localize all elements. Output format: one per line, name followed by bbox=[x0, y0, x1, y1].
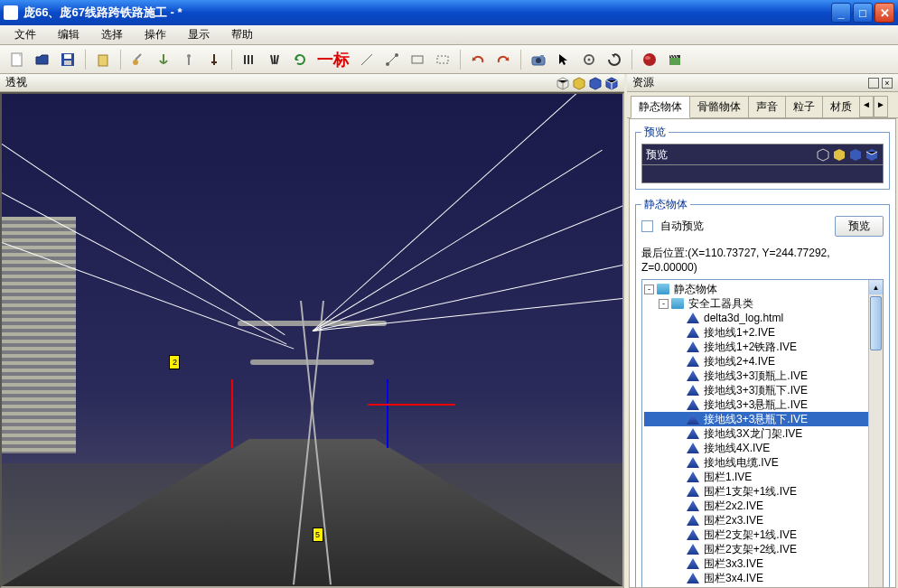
line-icon[interactable] bbox=[355, 48, 379, 71]
redo-icon[interactable] bbox=[491, 48, 515, 71]
maximize-button[interactable]: □ bbox=[853, 3, 873, 23]
refresh-icon[interactable] bbox=[288, 48, 312, 71]
tree-item-label: delta3d_log.html bbox=[702, 311, 785, 325]
titlebar: 庞66、庞67线路跨铁路施工 - * _ □ ✕ bbox=[0, 0, 898, 25]
menu-operate[interactable]: 操作 bbox=[136, 25, 175, 44]
tree-item[interactable]: 围栏3x4.IVE bbox=[644, 571, 881, 585]
tab-static[interactable]: 静态物体 bbox=[631, 96, 690, 118]
tab-material[interactable]: 材质 bbox=[822, 96, 860, 117]
tree-item[interactable]: 接地线3+3悬瓶上.IVE bbox=[644, 397, 881, 412]
tree-item[interactable]: 接地线1+2铁路.IVE bbox=[644, 340, 881, 354]
scroll-up-icon[interactable]: ▲ bbox=[869, 280, 883, 294]
tree-item[interactable]: 围栏1.IVE bbox=[644, 470, 881, 484]
menu-display[interactable]: 显示 bbox=[179, 25, 219, 44]
tree-item[interactable]: 接地线电缆.IVE bbox=[644, 455, 881, 470]
view-cube3-icon[interactable] bbox=[588, 76, 603, 90]
polyrect-icon[interactable] bbox=[431, 48, 454, 71]
paste-icon[interactable] bbox=[91, 48, 115, 71]
tree-item[interactable]: -静态物体 bbox=[644, 282, 881, 296]
pointer-icon[interactable] bbox=[552, 48, 575, 71]
view-cube2-icon[interactable] bbox=[572, 76, 586, 90]
tab-particle[interactable]: 粒子 bbox=[785, 96, 823, 117]
tree-item[interactable]: 围栏2x2.IVE bbox=[644, 499, 881, 513]
svg-rect-4 bbox=[98, 55, 108, 66]
tree-item[interactable]: 围栏2支架+1线.IVE bbox=[644, 527, 881, 542]
svg-point-6 bbox=[187, 54, 191, 58]
clapper-icon[interactable] bbox=[663, 48, 687, 71]
close-button[interactable]: ✕ bbox=[875, 3, 894, 23]
tree-item[interactable]: 接地线4X.IVE bbox=[644, 441, 881, 455]
folder-icon bbox=[671, 298, 684, 309]
tree-item[interactable]: 围栏2支架+2线.IVE bbox=[644, 542, 881, 556]
tree-item-label: 围栏1.IVE bbox=[702, 470, 753, 484]
auto-preview-checkbox[interactable] bbox=[641, 220, 653, 232]
menu-select[interactable]: 选择 bbox=[92, 25, 132, 44]
asset-tree[interactable]: -静态物体-安全工器具类delta3d_log.html接地线1+2.IVE接地… bbox=[642, 280, 883, 588]
preview-cube1-icon[interactable] bbox=[816, 147, 830, 162]
menu-help[interactable]: 帮助 bbox=[222, 25, 262, 44]
svg-point-5 bbox=[133, 60, 138, 65]
menu-file[interactable]: 文件 bbox=[5, 25, 45, 44]
camera-icon[interactable] bbox=[527, 48, 550, 71]
undock-icon[interactable] bbox=[868, 78, 879, 89]
tab-scroll-left-icon[interactable]: ◄ bbox=[859, 96, 874, 117]
tab-sound[interactable]: 声音 bbox=[748, 96, 786, 117]
tab-skeleton[interactable]: 骨骼物体 bbox=[689, 96, 749, 117]
svg-rect-9 bbox=[412, 56, 423, 63]
tree-item[interactable]: 接地线3+3悬瓶下.IVE bbox=[644, 412, 881, 426]
save-icon[interactable] bbox=[56, 48, 80, 71]
new-icon[interactable] bbox=[5, 48, 29, 71]
tree-item-label: 围栏2x3.IVE bbox=[702, 513, 765, 527]
tree-item[interactable]: 围栏1支架+1线.IVE bbox=[644, 484, 881, 499]
tree-item[interactable]: -安全工器具类 bbox=[644, 296, 881, 311]
menu-edit[interactable]: 编辑 bbox=[49, 25, 89, 44]
tool-node-icon[interactable] bbox=[126, 48, 150, 71]
resource-tabs: 静态物体 骨骼物体 声音 粒子 材质 ◄ ► bbox=[627, 92, 898, 118]
tree-item[interactable]: 围栏3x3.IVE bbox=[644, 556, 881, 571]
preview-cube2-icon[interactable] bbox=[832, 147, 847, 162]
tool-pin1-icon[interactable] bbox=[177, 48, 201, 71]
tool-pin2-icon[interactable] bbox=[202, 48, 226, 71]
preview-button[interactable]: 预览 bbox=[835, 216, 884, 237]
open-icon[interactable] bbox=[31, 48, 54, 71]
connector-icon[interactable] bbox=[380, 48, 404, 71]
preview-cube4-icon[interactable] bbox=[865, 147, 879, 162]
close-panel-icon[interactable]: × bbox=[882, 78, 893, 89]
svg-rect-18 bbox=[669, 58, 680, 65]
align-left-icon[interactable] bbox=[238, 48, 261, 71]
preview-cube3-icon[interactable] bbox=[848, 147, 863, 162]
tree-item[interactable]: 接地线3+3顶瓶下.IVE bbox=[644, 383, 881, 397]
preview-fieldset: 预览 预览 bbox=[635, 125, 890, 190]
tree-item[interactable]: 接地线3X龙门架.IVE bbox=[644, 426, 881, 441]
tree-item[interactable]: 围栏2x3.IVE bbox=[644, 513, 881, 527]
tree-expander-icon[interactable]: - bbox=[659, 299, 669, 309]
view-cube1-icon[interactable] bbox=[556, 76, 570, 90]
undo-icon[interactable] bbox=[466, 48, 490, 71]
minimize-button[interactable]: _ bbox=[831, 3, 851, 23]
sphere-icon[interactable] bbox=[638, 48, 661, 71]
tree-scrollbar[interactable]: ▲ ▼ bbox=[868, 280, 883, 588]
align-center-icon[interactable] bbox=[263, 48, 286, 71]
tool-anchor-icon[interactable] bbox=[152, 48, 175, 71]
svg-rect-10 bbox=[437, 56, 448, 63]
file-icon bbox=[687, 443, 699, 453]
viewport-3d[interactable]: 2 5 bbox=[0, 92, 624, 588]
scene-marker-2: 2 bbox=[169, 355, 180, 369]
last-position-label: 最后位置:(X=110.73727, Y=244.77292, Z=0.0000… bbox=[641, 246, 884, 274]
scroll-thumb[interactable] bbox=[870, 296, 882, 350]
tree-item[interactable]: 接地线1+2.IVE bbox=[644, 325, 881, 340]
target-icon[interactable] bbox=[577, 48, 601, 71]
rect-icon[interactable] bbox=[406, 48, 429, 71]
tree-expander-icon[interactable]: - bbox=[644, 285, 654, 294]
tree-item[interactable]: 接地线3+3顶瓶上.IVE bbox=[644, 369, 881, 383]
file-icon bbox=[687, 529, 699, 540]
tree-item-label: 接地线1+2铁路.IVE bbox=[702, 340, 799, 354]
file-icon bbox=[687, 544, 699, 555]
file-icon bbox=[687, 457, 699, 468]
tab-scroll-right-icon[interactable]: ► bbox=[874, 96, 888, 117]
tree-item[interactable]: 接地线2+4.IVE bbox=[644, 354, 881, 369]
cycle-icon[interactable] bbox=[603, 48, 626, 71]
tree-item[interactable]: delta3d_log.html bbox=[644, 311, 881, 325]
toolbar-label: 一标 bbox=[313, 49, 353, 70]
view-cube4-icon[interactable] bbox=[604, 76, 619, 90]
